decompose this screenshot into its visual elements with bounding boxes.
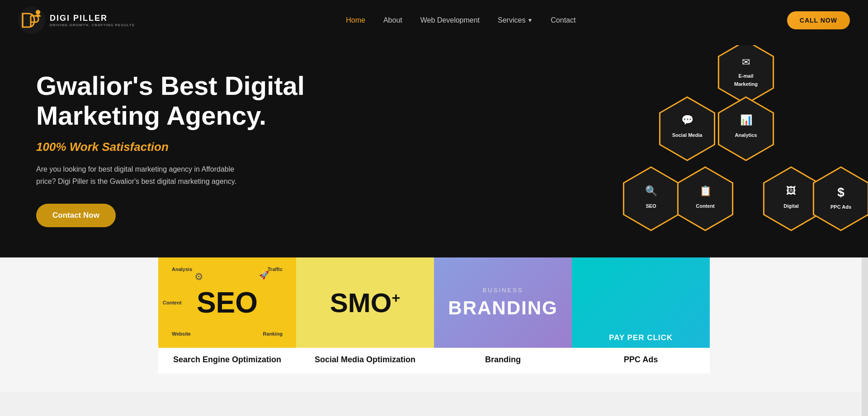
seo-analysis-label: Analysis	[172, 266, 192, 272]
svg-text:SEO: SEO	[646, 203, 656, 209]
seo-service-title: Search Engine Optimization	[169, 355, 286, 365]
nav-link-services[interactable]: Services	[498, 16, 525, 24]
nav-list: Home About Web Development Services ▼ Co…	[346, 16, 576, 24]
nav-item-services[interactable]: Services ▼	[498, 16, 533, 24]
svg-text:Marketing: Marketing	[734, 81, 758, 87]
hero-title: Gwalior's Best Digital Marketing Agency.	[36, 71, 307, 131]
svg-text:PPC Ads: PPC Ads	[830, 204, 851, 210]
seo-card-inner: Analysis Traffic Content Website Ranking…	[158, 257, 296, 348]
seo-website-label: Website	[172, 331, 191, 337]
svg-text:E-mail: E-mail	[738, 73, 753, 79]
nav-link-about[interactable]: About	[383, 16, 402, 24]
ppc-main-text: PAY PER CLICK	[578, 333, 703, 342]
svg-text:Social Media: Social Media	[672, 132, 703, 138]
logo-icon	[18, 7, 45, 34]
rocket-icon: 🚀	[259, 270, 269, 280]
branding-main-text: BRANDING	[448, 297, 557, 319]
svg-point-1	[36, 10, 40, 14]
seo-main-text: SEO	[197, 286, 258, 319]
hero-subtitle: 100% Work Satisfaction	[36, 140, 307, 154]
svg-marker-18	[764, 167, 818, 230]
brand-name: DIGI PILLER	[50, 14, 135, 23]
seo-content-label: Content	[163, 300, 182, 305]
nav-link-contact[interactable]: Contact	[551, 16, 576, 24]
gear-icon: ⚙	[194, 271, 203, 283]
smo-main-text: SMO+	[330, 287, 400, 318]
services-dropdown-arrow: ▼	[527, 17, 533, 23]
smo-card-inner: SMO+	[296, 257, 434, 348]
nav-item-contact[interactable]: Contact	[551, 16, 576, 24]
svg-text:$: $	[837, 185, 844, 199]
service-card-smo: SMO+ Social Media Optimization	[296, 257, 434, 374]
seo-card-image: Analysis Traffic Content Website Ranking…	[158, 257, 296, 348]
svg-text:💬: 💬	[681, 114, 694, 126]
nav-item-about[interactable]: About	[383, 16, 402, 24]
header: DIGI PILLER DRIVING GROWTH, CRAFTING RES…	[0, 0, 868, 41]
hex-cluster-graphic: ✉ E-mail Marketing 💬 Social Media 📊 Anal…	[606, 45, 868, 257]
svg-text:📊: 📊	[740, 114, 753, 126]
hero-content: Gwalior's Best Digital Marketing Agency.…	[36, 71, 307, 228]
nav-item-home[interactable]: Home	[346, 16, 365, 24]
svg-marker-12	[623, 167, 678, 230]
svg-text:Content: Content	[696, 203, 715, 209]
branding-card-image: BUSINESS BRANDING	[434, 257, 572, 348]
hero-section: Gwalior's Best Digital Marketing Agency.…	[0, 41, 868, 257]
branding-service-title: Branding	[481, 355, 525, 365]
ppc-card-inner: PAY PER CLICK	[572, 257, 710, 348]
ppc-service-title: PPC Ads	[619, 355, 662, 365]
smo-card-image: SMO+	[296, 257, 434, 348]
hero-description: Are you looking for best digital marketi…	[36, 163, 253, 187]
svg-marker-6	[660, 97, 714, 160]
svg-marker-9	[718, 97, 773, 160]
seo-traffic-label: Traffic	[268, 266, 283, 272]
svg-text:🔍: 🔍	[645, 185, 658, 197]
svg-text:Analytics: Analytics	[735, 132, 757, 138]
branding-card-inner: BUSINESS BRANDING	[434, 257, 572, 348]
service-card-ppc: PAY PER CLICK PPC Ads	[572, 257, 710, 374]
nav-link-webdev[interactable]: Web Development	[420, 16, 480, 24]
main-nav: Home About Web Development Services ▼ Co…	[346, 16, 576, 24]
smo-service-title: Social Media Optimization	[310, 355, 420, 365]
logo-text: DIGI PILLER DRIVING GROWTH, CRAFTING RES…	[50, 14, 135, 27]
services-section: Analysis Traffic Content Website Ranking…	[0, 257, 868, 392]
svg-text:Digital: Digital	[783, 203, 799, 209]
nav-item-webdev[interactable]: Web Development	[420, 16, 480, 24]
svg-marker-15	[678, 167, 732, 230]
call-now-button[interactable]: CALL NOW	[787, 11, 850, 29]
ppc-card-image: PAY PER CLICK	[572, 257, 710, 348]
branding-business-text: BUSINESS	[483, 287, 524, 294]
contact-now-button[interactable]: Contact Now	[36, 204, 116, 227]
svg-text:🖼: 🖼	[786, 185, 796, 196]
svg-text:✉: ✉	[742, 56, 750, 68]
nav-link-home[interactable]: Home	[346, 16, 365, 24]
service-card-seo: Analysis Traffic Content Website Ranking…	[158, 257, 296, 374]
service-card-branding: BUSINESS BRANDING Branding	[434, 257, 572, 374]
brand-tagline: DRIVING GROWTH, CRAFTING RESULTS	[50, 23, 135, 27]
seo-ranking-label: Ranking	[263, 331, 283, 337]
logo: DIGI PILLER DRIVING GROWTH, CRAFTING RES…	[18, 7, 135, 34]
svg-text:📋: 📋	[699, 185, 712, 197]
